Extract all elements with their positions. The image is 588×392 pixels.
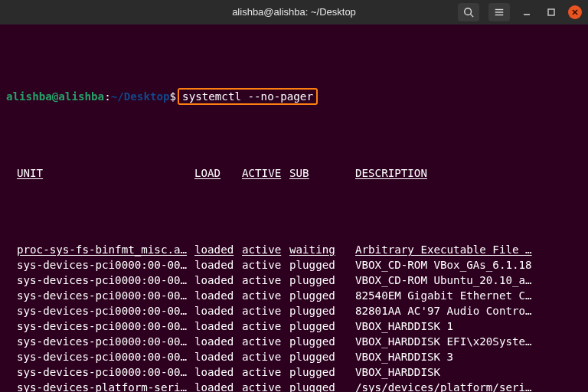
prompt-dollar: $ [170, 89, 177, 104]
cell-load: loaded [194, 380, 242, 392]
cell-active: active [242, 242, 289, 257]
maximize-icon [547, 8, 556, 17]
cell-load: loaded [194, 257, 242, 273]
header-active: ACTIVE [242, 165, 289, 181]
cell-active: active [242, 273, 289, 288]
hamburger-icon [494, 7, 505, 18]
cell-load: loaded [194, 303, 242, 318]
titlebar: alishba@alishba: ~/Desktop [0, 0, 588, 24]
row-bullet [6, 242, 17, 257]
cell-load: loaded [194, 288, 242, 303]
row-bullet [6, 364, 17, 380]
unit-row: sys-devices-pci0000:00-00…loadedactivepl… [6, 364, 582, 380]
cell-desc: VBOX_HARDDISK [355, 364, 440, 380]
row-bullet [6, 334, 17, 349]
row-bullet [6, 257, 17, 273]
cell-load: loaded [194, 364, 242, 380]
cell-desc: 82540EM Gigabit Ethernet C… [355, 288, 532, 303]
svg-line-1 [471, 15, 474, 18]
cell-sub: plugged [289, 257, 355, 273]
cell-desc: /sys/devices/platform/seri… [355, 380, 532, 392]
minimize-icon [522, 8, 531, 17]
command-text: systemctl --no-pager [182, 90, 313, 103]
cell-active: active [242, 318, 289, 334]
cell-unit: sys-devices-pci0000:00-00… [17, 318, 194, 334]
cell-desc: VBOX_HARDDISK 3 [355, 349, 453, 364]
cell-unit: sys-devices-platform-seri… [17, 380, 194, 392]
command-highlight: systemctl --no-pager [178, 88, 318, 105]
cell-sub: waiting [289, 242, 355, 257]
row-bullet [6, 288, 17, 303]
cell-sub: plugged [289, 273, 355, 288]
cell-active: active [242, 349, 289, 364]
prompt-path: ~/Desktop [111, 89, 170, 104]
close-button[interactable] [568, 5, 582, 19]
cell-sub: plugged [289, 288, 355, 303]
close-icon [571, 8, 579, 16]
cell-sub: plugged [289, 318, 355, 334]
cell-sub: plugged [289, 364, 355, 380]
svg-rect-6 [548, 9, 554, 15]
unit-rows: proc-sys-fs-binfmt_misc.a…loadedactivewa… [6, 242, 582, 392]
cell-desc: VBOX_CD-ROM VBox_GAs_6.1.18 [355, 257, 532, 273]
svg-point-0 [465, 8, 472, 15]
row-bullet [6, 318, 17, 334]
row-bullet [6, 380, 17, 392]
header-unit: UNIT [17, 165, 194, 181]
header-desc: DESCRIPTION [355, 165, 427, 181]
menu-button[interactable] [488, 3, 510, 21]
header-load: LOAD [194, 165, 242, 181]
unit-row: proc-sys-fs-binfmt_misc.a…loadedactivewa… [6, 242, 582, 257]
unit-row: sys-devices-pci0000:00-00…loadedactivepl… [6, 349, 582, 364]
unit-row: sys-devices-pci0000:00-00…loadedactivepl… [6, 288, 582, 303]
cell-unit: sys-devices-pci0000:00-00… [17, 273, 194, 288]
cell-desc: VBOX_HARDDISK EFI\x20Syste… [355, 334, 532, 349]
cell-unit: sys-devices-pci0000:00-00… [17, 334, 194, 349]
cell-active: active [242, 380, 289, 392]
cell-active: active [242, 334, 289, 349]
unit-row: sys-devices-platform-seri…loadedactivepl… [6, 380, 582, 392]
maximize-button[interactable] [544, 5, 559, 20]
unit-row: sys-devices-pci0000:00-00…loadedactivepl… [6, 303, 582, 318]
search-button[interactable] [458, 3, 479, 21]
cell-sub: plugged [289, 349, 355, 364]
search-icon [463, 7, 474, 18]
row-bullet [6, 303, 17, 318]
prompt-separator: : [104, 89, 111, 104]
cell-load: loaded [194, 334, 242, 349]
header-sub: SUB [289, 165, 355, 181]
cell-unit: sys-devices-pci0000:00-00… [17, 349, 194, 364]
header-row: UNITLOADACTIVESUBDESCRIPTION [6, 165, 582, 181]
cell-load: loaded [194, 273, 242, 288]
row-bullet [6, 349, 17, 364]
cell-unit: sys-devices-pci0000:00-00… [17, 257, 194, 273]
cell-unit: sys-devices-pci0000:00-00… [17, 364, 194, 380]
terminal[interactable]: alishba@alishba:~/Desktop$ systemctl --n… [0, 24, 588, 392]
cell-active: active [242, 303, 289, 318]
cell-desc: 82801AA AC'97 Audio Contro… [355, 303, 532, 318]
unit-row: sys-devices-pci0000:00-00…loadedactivepl… [6, 273, 582, 288]
cell-sub: plugged [289, 303, 355, 318]
cell-sub: plugged [289, 334, 355, 349]
cell-unit: proc-sys-fs-binfmt_misc.a… [17, 242, 194, 257]
minimize-button[interactable] [519, 5, 534, 20]
cell-load: loaded [194, 349, 242, 364]
cell-desc: VBOX_HARDDISK 1 [355, 318, 453, 334]
cell-load: loaded [194, 242, 242, 257]
cell-active: active [242, 288, 289, 303]
unit-row: sys-devices-pci0000:00-00…loadedactivepl… [6, 318, 582, 334]
window-title: alishba@alishba: ~/Desktop [232, 5, 356, 20]
cell-load: loaded [194, 318, 242, 334]
unit-row: sys-devices-pci0000:00-00…loadedactivepl… [6, 257, 582, 273]
prompt-user-host: alishba@alishba [6, 89, 104, 104]
cell-desc: VBOX_CD-ROM Ubuntu_20.10_a… [355, 273, 532, 288]
cell-active: active [242, 257, 289, 273]
cell-desc: Arbitrary Executable File … [355, 242, 532, 257]
unit-row: sys-devices-pci0000:00-00…loadedactivepl… [6, 334, 582, 349]
row-bullet [6, 273, 17, 288]
prompt-line: alishba@alishba:~/Desktop$ systemctl --n… [6, 89, 582, 104]
cell-active: active [242, 364, 289, 380]
cell-unit: sys-devices-pci0000:00-00… [17, 303, 194, 318]
cell-unit: sys-devices-pci0000:00-00… [17, 288, 194, 303]
cell-sub: plugged [289, 380, 355, 392]
